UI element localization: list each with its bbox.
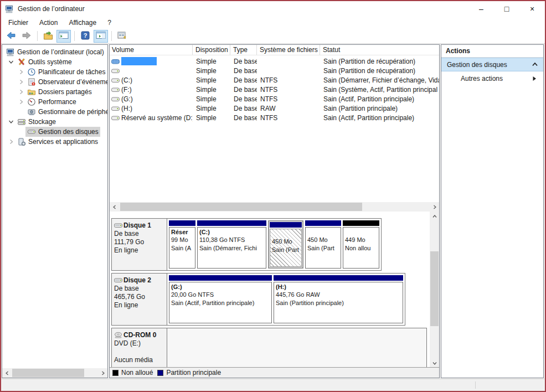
volume-row[interactable]: SimpleDe baseSain (Partition de récupéra… xyxy=(110,56,439,66)
menu-fichier[interactable]: Fichier xyxy=(3,17,34,28)
help-button[interactable]: ? xyxy=(78,30,92,43)
volume-list-horizontal-scrollbar[interactable] xyxy=(110,202,439,212)
expander-open-icon[interactable] xyxy=(7,59,16,65)
disk-name-label: Disque 2 xyxy=(123,276,151,284)
menu-help[interactable]: ? xyxy=(102,17,117,28)
forward-icon xyxy=(22,31,32,42)
expander-closed-icon[interactable] xyxy=(17,69,25,75)
column-header-volume[interactable]: Volume xyxy=(110,45,193,55)
volume-row[interactable]: (G:)SimpleDe baseNTFSSain (Actif, Partit… xyxy=(110,94,439,104)
forward-button[interactable] xyxy=(19,30,34,43)
volume-icon xyxy=(111,86,120,93)
scroll-down-button[interactable] xyxy=(430,358,439,368)
minimize-button[interactable]: – xyxy=(468,1,494,17)
disk-label[interactable]: Disque 2De base465,76 GoEn ligne xyxy=(112,274,167,325)
tree-item-gestion-de-l-ordinateur-local[interactable]: Gestion de l’ordinateur (local) xyxy=(2,47,107,57)
expander-closed-icon[interactable] xyxy=(17,79,25,85)
tree-horizontal-scrollbar[interactable] xyxy=(2,368,107,378)
disk-view-vertical-scrollbar[interactable] xyxy=(430,212,439,368)
column-header-disposition[interactable]: Disposition xyxy=(193,45,230,55)
primary-partition-stripe xyxy=(197,220,266,226)
partition-body: (H:)445,76 Go RAWSain (Partition princip… xyxy=(274,282,403,323)
scroll-up-button[interactable] xyxy=(430,212,439,221)
partition-title xyxy=(345,228,377,236)
column-header-systeme-de-fichiers[interactable]: Système de fichiers xyxy=(257,45,320,55)
partition-line: 445,76 Go RAW xyxy=(276,291,401,299)
tree-item-stockage[interactable]: Stockage xyxy=(2,117,107,127)
partition-strip xyxy=(167,328,426,368)
export-list-button[interactable] xyxy=(41,30,55,43)
scrollbar-thumb[interactable] xyxy=(12,369,84,377)
maximize-button[interactable]: □ xyxy=(494,1,519,17)
menu-affichage[interactable]: Affichage xyxy=(63,17,102,28)
disk-label[interactable]: Disque 1De base111,79 GoEn ligne xyxy=(112,219,167,270)
volume-fs: NTFS xyxy=(257,86,320,94)
partition[interactable]: (H:)445,76 Go RAWSain (Partition princip… xyxy=(274,275,403,323)
partition-selected[interactable]: 450 MoSain (Part xyxy=(268,220,303,269)
partition[interactable]: (C:)110,38 Go NTFSSain (Démarrer, Fichi xyxy=(197,220,266,269)
tree-item-gestion-des-disques[interactable]: Gestion des disques xyxy=(2,127,107,137)
volume-statut: Sain (Système, Actif, Partition principa… xyxy=(320,86,439,94)
show-action-pane-icon xyxy=(96,31,106,41)
volume-row[interactable]: (F:)SimpleDe baseNTFSSain (Système, Acti… xyxy=(110,85,439,94)
volume-statut: Sain (Actif, Partition principale) xyxy=(320,95,439,103)
volume-fs: NTFS xyxy=(257,95,320,103)
scrollbar-thumb[interactable] xyxy=(430,251,439,326)
partition[interactable]: 449 MoNon allou xyxy=(343,220,379,269)
volume-row[interactable]: SimpleDe baseSain (Partition de récupéra… xyxy=(110,66,439,75)
collapse-up-icon[interactable] xyxy=(532,62,538,67)
partition[interactable]: (G:)20,00 Go NTFSSain (Actif, Partition … xyxy=(169,275,272,323)
tree-item-services-et-applications[interactable]: Services et applications xyxy=(2,137,107,147)
arrow-right-icon[interactable] xyxy=(532,76,537,81)
expander-closed-icon[interactable] xyxy=(17,99,25,105)
disk-label[interactable]: CD-ROM 0DVD (E:)Aucun média xyxy=(112,328,167,368)
partition[interactable]: 450 MoSain (Part xyxy=(305,220,341,269)
shared-folders-icon xyxy=(27,87,36,96)
disk-info-line: De base xyxy=(114,230,164,238)
svg-text:?: ? xyxy=(84,32,87,39)
action-item-gestion-des-disques[interactable]: Gestion des disques xyxy=(441,58,543,71)
menu-action[interactable]: Action xyxy=(34,17,63,28)
disk-info-line: De base xyxy=(114,285,164,293)
volume-row[interactable]: (C:)SimpleDe baseNTFSSain (Démarrer, Fic… xyxy=(110,75,439,85)
expander-closed-icon[interactable] xyxy=(17,89,25,95)
volume-type: De base xyxy=(230,67,257,75)
tree-item-observateur-d-eveneme[interactable]: Observateur d’événeme xyxy=(2,77,107,87)
tree-item-planificateur-de-taches[interactable]: Planificateur de tâches xyxy=(2,67,107,77)
volume-name: Réservé au système (D:) xyxy=(121,114,193,122)
partition-strip: Réser99 MoSain (A(C:)110,38 Go NTFSSain … xyxy=(167,219,381,270)
legend-item-non-alloue: Non alloué xyxy=(112,369,153,376)
performance-icon xyxy=(27,97,36,106)
tree-item-outils-systeme[interactable]: Outils système xyxy=(2,57,107,67)
primary-partition-stripe xyxy=(270,222,302,228)
column-header-type[interactable]: Type xyxy=(230,45,257,55)
primary-partition-stripe xyxy=(169,275,272,281)
back-button[interactable] xyxy=(4,30,18,43)
expander-closed-icon[interactable] xyxy=(7,139,16,145)
volume-name: (F:) xyxy=(121,86,132,94)
action-item-autres-actions[interactable]: Autres actions xyxy=(441,71,543,85)
tree-item-dossiers-partages[interactable]: Dossiers partagés xyxy=(2,87,107,97)
show-console-tree-button[interactable] xyxy=(56,30,71,43)
disk-info-line: DVD (E:) xyxy=(114,339,164,348)
scroll-right-button[interactable] xyxy=(98,368,107,378)
partition[interactable]: Réser99 MoSain (A xyxy=(169,220,195,269)
expander-open-icon[interactable] xyxy=(7,119,16,125)
volume-fs: NTFS xyxy=(257,76,320,84)
volume-row[interactable]: Réservé au système (D:)SimpleDe baseNTFS… xyxy=(110,113,439,122)
volume-name: (G:) xyxy=(121,95,133,103)
show-action-pane-button[interactable] xyxy=(94,30,108,43)
snapin-properties-button[interactable] xyxy=(115,30,130,43)
scroll-left-button[interactable] xyxy=(2,368,12,378)
disk-icon xyxy=(114,222,122,229)
scrollbar-thumb[interactable] xyxy=(120,203,362,211)
scroll-right-button[interactable] xyxy=(430,202,439,212)
column-header-statut[interactable]: Statut xyxy=(320,45,439,55)
scroll-left-button[interactable] xyxy=(110,202,119,212)
export-list-icon xyxy=(43,31,53,42)
volume-row[interactable]: (H:)SimpleDe baseRAWSain (Partition prin… xyxy=(110,104,439,113)
tree-item-gestionnaire-de-periphe[interactable]: Gestionnaire de périphé xyxy=(2,107,107,117)
legend-color-swatch xyxy=(157,370,163,376)
tree-item-performance[interactable]: Performance xyxy=(2,97,107,107)
close-button[interactable]: × xyxy=(519,1,545,17)
